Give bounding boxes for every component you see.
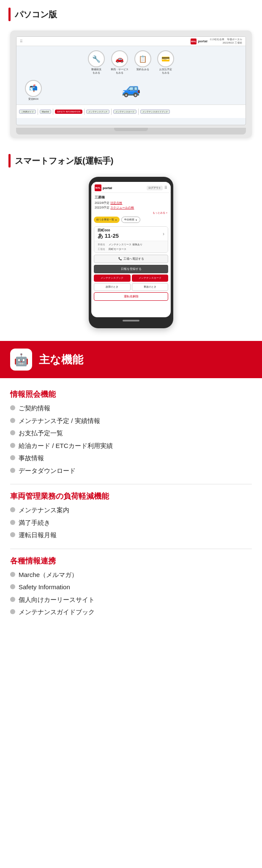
bullet-dot	[10, 430, 15, 435]
sp-vehicle-arrow[interactable]: ›	[163, 231, 164, 237]
bullet-dot	[10, 609, 15, 614]
safety-btn: SAFETY INFORMATION	[55, 110, 82, 114]
item-label: メンテナンス案内	[19, 505, 69, 515]
screen-icons-row: 🔧 整備状況をみる 🚗 車両・サービスをみる 📋 契約をみる 💳 お支払予定をみ…	[16, 46, 246, 77]
payment-icon-circle: 💳	[157, 50, 174, 67]
sp-red-bar-accent	[8, 154, 11, 168]
screen-content: 🔧 整備状況をみる 🚗 車両・サービスをみる 📋 契約をみる 💳 お支払予定をみ…	[16, 46, 246, 118]
sep2	[53, 109, 53, 115]
item-label: 給油カード / ETCカード利用実績	[19, 441, 113, 451]
screen-topbar-right: C小松社会車 等価ポータル 2022/8/22 三省給	[210, 38, 242, 45]
sp-workshop-row: 工場名 田町モータース	[98, 247, 164, 251]
bullet-dot	[10, 468, 15, 473]
grid-icon: ⠿	[20, 39, 23, 44]
screen-logo: MAL portal	[191, 38, 207, 44]
sp-call-label: 工場へ電話する	[123, 257, 144, 261]
maintenance-guide-btn: メンテナンスガイドブック	[140, 110, 170, 114]
sp-user-info: 三菱橋 2022/8予定 法定点検 2022/9予定 スケジュールの検	[91, 193, 171, 211]
filter1-arrow: ▼	[115, 219, 117, 221]
features-banner-title: 主な機能	[39, 352, 83, 367]
sp-schedule-year1: 2022/8予定	[95, 201, 110, 204]
sp-logo-box: MAL	[95, 184, 101, 191]
item-label: Marche（メルマガ）	[19, 570, 78, 580]
sp-topbar-right: ログアウト ⠿	[147, 186, 167, 190]
screen-spacer	[220, 80, 237, 101]
sp-plate-kana: あ	[98, 233, 103, 239]
sp-section: MAL portal ログアウト ⠿ 三菱橋 2022/8予定 法定点検 202…	[0, 173, 262, 337]
sp-maintenance-book-btn[interactable]: メンテナンスブック	[94, 275, 131, 282]
screen-logo-text: portal	[198, 39, 207, 43]
bullet-dot	[10, 418, 15, 423]
feature-category-integration-title: 各種情報連携	[10, 556, 252, 566]
sp-filter-btn-search[interactable]: 申由検索 ▼	[121, 217, 140, 223]
feature-category-vehicle-title: 車両管理業務の負荷軽減機能	[10, 491, 252, 501]
item-label: 満了手続き	[19, 518, 50, 528]
sp-home-indicator	[123, 320, 139, 321]
sp-vehicle-header: 田町000 あ 11-25 ›	[94, 227, 168, 241]
feature-category-info: 情報照会機能 ご契約情報 メンテナンス予定 / 実績情報 お支払予定一覧 給油カ…	[10, 389, 252, 475]
list-item: 給油カード / ETCカード利用実績	[10, 441, 252, 451]
list-item: 個人向けカーリースサイト	[10, 595, 252, 605]
list-item: データダウンロード	[10, 466, 252, 476]
item-label: メンテナンス予定 / 実績情報	[19, 416, 100, 426]
inbox-icon-circle: 📬	[25, 80, 42, 97]
item-label: メンテナンスガイドブック	[19, 607, 95, 617]
sp-schedule-link1[interactable]: 法定点検	[110, 201, 122, 204]
sp-maintenance-card-btn[interactable]: メンテナンスカード	[132, 275, 169, 282]
features-banner: 🤖 主な機能	[0, 341, 262, 378]
laptop-screen: ⠿ MAL portal C小松社会車 等価ポータル 2022/8/22 三省給…	[16, 36, 246, 125]
sp-workshop-val: 田町モータース	[109, 247, 126, 251]
robot-icon: 🤖	[10, 349, 32, 371]
sep3	[84, 109, 85, 115]
red-bar-accent	[8, 8, 11, 21]
sp-filter-btn-list[interactable]: 給つき事前一覧 ▼	[94, 217, 120, 223]
item-label: お支払予定一覧	[19, 429, 63, 438]
item-label: Safety Information	[19, 582, 70, 592]
sp-plate: 田町000 あ 11-25	[98, 228, 119, 239]
feature-category-vehicle: 車両管理業務の負荷軽減機能 メンテナンス案内 満了手続き 運転日報月報	[10, 491, 252, 540]
bullet-dot	[10, 405, 15, 410]
item-label: 個人向けカーリースサイト	[19, 595, 95, 605]
sp-filter-row: 給つき事前一覧 ▼ 申由検索 ▼	[91, 215, 171, 225]
bullet-dot	[10, 532, 15, 537]
guide-btn: ご利用ガイド	[19, 110, 36, 114]
list-item: お支払予定一覧	[10, 429, 252, 438]
vehicle-icon-circle: 🚗	[111, 50, 128, 67]
list-item: ご契約情報	[10, 404, 252, 413]
sp-menu-icon: ⠿	[164, 186, 167, 190]
sp-user-name: 三菱橋	[95, 195, 167, 201]
bullet-dot	[10, 507, 15, 512]
sp-vehicle-name-val: メンテナンスリース 保険あり	[109, 242, 142, 247]
sp-unregister-button[interactable]: 運転名解除	[94, 292, 168, 301]
company-name: C小松社会車 等価ポータル	[210, 38, 242, 41]
maintenance-card-btn: メンテナンスカード	[113, 110, 136, 114]
bullet-dot	[10, 520, 15, 525]
sp-schedule-1: 2022/8予定 法定点検	[95, 201, 167, 205]
sp-schedule-year2: 2022/9予定	[95, 206, 110, 209]
vehicle-icon-label: 車両・サービスをみる	[111, 68, 128, 75]
sp-accident-btn[interactable]: 事故のとき	[132, 283, 169, 291]
sp-logout-btn[interactable]: ログアウト	[147, 186, 163, 190]
maintenance-icon-label: 整備状況をみる	[91, 68, 101, 75]
sp-more-link[interactable]: もっとみる >	[91, 211, 171, 215]
sp-daily-button[interactable]: 日報を登録する	[94, 265, 168, 273]
divider-2	[10, 549, 252, 549]
sep4	[111, 109, 112, 115]
sp-call-button[interactable]: 📞 工場へ電話する	[94, 255, 168, 263]
sp-plate-area-text: 田町000	[98, 228, 119, 233]
list-item: メンテナンス案内	[10, 505, 252, 515]
sp-trouble-btn[interactable]: 故障のとき	[94, 283, 131, 291]
screen-icon-vehicle: 🚗 車両・サービスをみる	[111, 50, 128, 75]
feature-category-info-title: 情報照会機能	[10, 389, 252, 399]
features-section: 情報照会機能 ご契約情報 メンテナンス予定 / 実績情報 お支払予定一覧 給油カ…	[0, 382, 262, 630]
sp-logo: MAL portal	[95, 184, 112, 191]
sp-vehicle-name-label: 車種名	[98, 242, 106, 247]
list-item: Safety Information	[10, 582, 252, 592]
screen-car-center: 🚙	[122, 80, 141, 101]
item-label: 事故情報	[19, 453, 44, 463]
sp-plate-number: 11-25	[105, 233, 119, 239]
screen-icon-inbox: 📬 受信BOX	[25, 80, 42, 101]
sp-schedule-link2[interactable]: スケジュールの検	[110, 206, 134, 209]
sep5	[138, 109, 139, 115]
list-item: 事故情報	[10, 453, 252, 463]
